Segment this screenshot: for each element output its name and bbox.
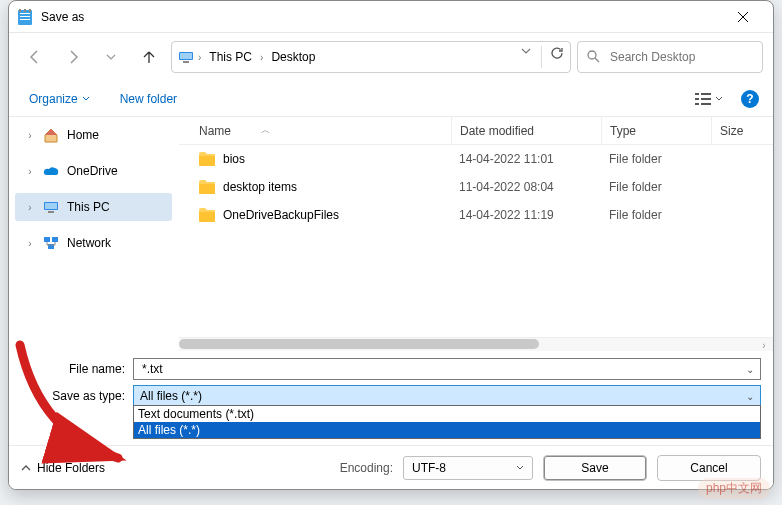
back-button[interactable]	[19, 41, 51, 73]
hide-folders-toggle[interactable]: Hide Folders	[21, 461, 105, 475]
svg-rect-0	[18, 10, 32, 25]
svg-rect-13	[695, 98, 699, 100]
sidebar-item-home[interactable]: › Home	[15, 121, 172, 149]
scroll-thumb[interactable]	[179, 339, 539, 349]
breadcrumb-desktop[interactable]: Desktop	[267, 46, 319, 68]
cancel-button[interactable]: Cancel	[657, 455, 761, 481]
refresh-icon[interactable]	[550, 46, 564, 68]
svg-rect-16	[701, 103, 711, 105]
chevron-down-icon	[715, 95, 723, 103]
chevron-up-icon	[21, 463, 31, 473]
file-name: bios	[223, 152, 245, 166]
chevron-right-icon[interactable]: ›	[196, 52, 203, 63]
sidebar-item-onedrive[interactable]: › OneDrive	[15, 157, 172, 185]
sidebar-item-network[interactable]: › Network	[15, 229, 172, 257]
col-date[interactable]: Date modified	[451, 117, 601, 144]
savetype-field[interactable]: All files (*.*) ⌄	[133, 385, 761, 407]
filename-field[interactable]: ⌄	[133, 358, 761, 380]
svg-rect-15	[695, 103, 699, 105]
sidebar-label: Network	[67, 236, 111, 250]
encoding-value: UTF-8	[412, 461, 446, 475]
col-size-label: Size	[720, 124, 743, 138]
col-date-label: Date modified	[460, 124, 534, 138]
sidebar-item-this-pc[interactable]: › This PC	[15, 193, 172, 221]
svg-rect-8	[180, 53, 192, 59]
col-size[interactable]: Size	[711, 117, 773, 144]
hide-folders-label: Hide Folders	[37, 461, 105, 475]
search-icon	[586, 49, 600, 66]
sidebar-label: OneDrive	[67, 164, 118, 178]
help-button[interactable]: ?	[741, 90, 759, 108]
sidebar-label: Home	[67, 128, 99, 142]
search-input[interactable]	[608, 49, 762, 65]
chevron-down-icon	[516, 464, 524, 472]
svg-rect-1	[20, 13, 30, 14]
svg-rect-3	[20, 19, 30, 20]
svg-rect-20	[44, 237, 50, 242]
savetype-label: Save as type:	[21, 389, 133, 403]
file-type: File folder	[601, 152, 711, 166]
list-view-icon	[695, 93, 711, 105]
file-row[interactable]: bios 14-04-2022 11:01 File folder	[179, 145, 773, 173]
save-as-dialog: Save as › This PC › Desktop	[8, 0, 774, 490]
chevron-down-icon	[82, 95, 90, 103]
home-icon	[43, 127, 59, 143]
file-name: desktop items	[223, 180, 297, 194]
breadcrumb-this-pc[interactable]: This PC	[205, 46, 256, 68]
svg-rect-12	[701, 93, 711, 95]
organize-menu[interactable]: Organize	[23, 88, 96, 110]
help-label: ?	[746, 92, 753, 106]
svg-rect-2	[20, 16, 30, 17]
file-date: 14-04-2022 11:01	[451, 152, 601, 166]
savetype-option-all[interactable]: All files (*.*)	[134, 422, 760, 438]
file-date: 11-04-2022 08:04	[451, 180, 601, 194]
file-name: OneDriveBackupFiles	[223, 208, 339, 222]
address-bar[interactable]: › This PC › Desktop	[171, 41, 571, 73]
form-area: File name: ⌄ Save as type: All files (*.…	[9, 351, 773, 408]
forward-button[interactable]	[57, 41, 89, 73]
network-icon	[43, 235, 59, 251]
up-button[interactable]	[133, 41, 165, 73]
savetype-option-txt[interactable]: Text documents (*.txt)	[134, 406, 760, 422]
file-row[interactable]: desktop items 11-04-2022 08:04 File fold…	[179, 173, 773, 201]
expand-icon[interactable]: ›	[25, 202, 35, 213]
file-row[interactable]: OneDriveBackupFiles 14-04-2022 11:19 Fil…	[179, 201, 773, 229]
h-scrollbar[interactable]: ›	[179, 337, 773, 351]
organize-label: Organize	[29, 92, 78, 106]
filename-input[interactable]	[140, 361, 742, 377]
nav-row: › This PC › Desktop	[9, 33, 773, 81]
chevron-right-icon[interactable]: ›	[258, 52, 265, 63]
expand-icon[interactable]: ›	[25, 166, 35, 177]
col-name[interactable]: Name ︿	[179, 117, 451, 144]
file-area: Name ︿ Date modified Type Size bios 14-0…	[179, 117, 773, 351]
recent-dropdown[interactable]	[95, 41, 127, 73]
save-label: Save	[581, 461, 608, 475]
save-button[interactable]: Save	[543, 455, 647, 481]
search-box[interactable]	[577, 41, 763, 73]
window-title: Save as	[41, 10, 721, 24]
filename-label: File name:	[21, 362, 133, 376]
scroll-right-icon[interactable]: ›	[757, 338, 771, 351]
svg-rect-19	[48, 211, 54, 213]
sidebar: › Home › OneDrive › This PC › Network	[9, 117, 179, 351]
chevron-down-icon[interactable]: ⌄	[742, 364, 754, 375]
this-pc-icon	[178, 49, 194, 65]
encoding-label: Encoding:	[340, 461, 393, 475]
chevron-down-icon[interactable]: ⌄	[742, 391, 754, 402]
svg-point-10	[588, 51, 596, 59]
this-pc-icon	[43, 199, 59, 215]
body: › Home › OneDrive › This PC › Network	[9, 117, 773, 351]
view-menu[interactable]	[689, 89, 729, 109]
col-name-label: Name	[199, 124, 231, 138]
svg-rect-11	[695, 93, 699, 95]
expand-icon[interactable]: ›	[25, 238, 35, 249]
path-dropdown-icon[interactable]	[519, 46, 533, 68]
encoding-select[interactable]: UTF-8	[403, 456, 533, 480]
col-type[interactable]: Type	[601, 117, 711, 144]
footer: Hide Folders Encoding: UTF-8 Save Cancel	[9, 445, 773, 489]
file-type: File folder	[601, 180, 711, 194]
expand-icon[interactable]: ›	[25, 130, 35, 141]
new-folder-button[interactable]: New folder	[114, 88, 183, 110]
close-button[interactable]	[721, 1, 765, 33]
filename-row: File name: ⌄	[21, 357, 761, 381]
